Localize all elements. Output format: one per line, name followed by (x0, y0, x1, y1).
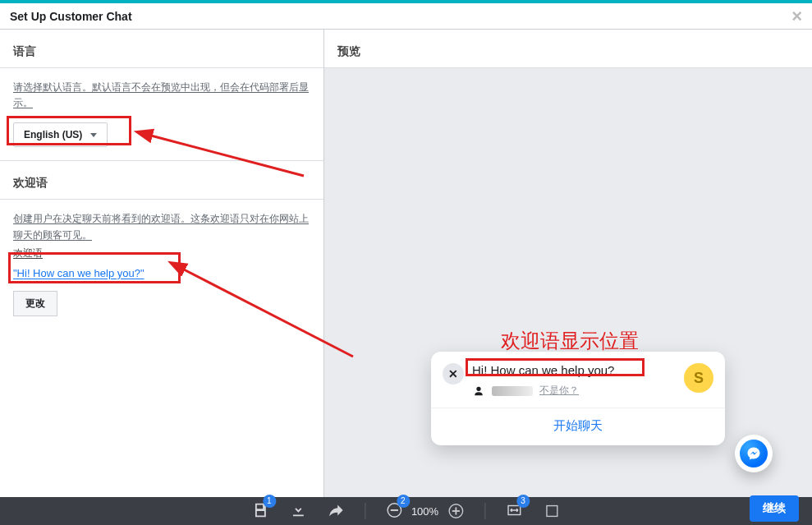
annotation-callout-label: 欢迎语显示位置 (501, 328, 639, 354)
language-section-heading: 语言 (0, 30, 323, 68)
change-button[interactable]: 更改 (13, 291, 57, 316)
greeting-section: 创建用户在决定聊天前将看到的欢迎语。这条欢迎语只对在你网站上聊天的顾客可见。 欢… (0, 200, 323, 324)
svg-rect-6 (455, 507, 456, 514)
preview-heading: 预览 (324, 30, 812, 68)
language-selected-value: English (US) (24, 129, 82, 140)
zoom-out-badge: 2 (397, 495, 410, 508)
card-close-button[interactable]: ✕ (443, 363, 464, 385)
tool-save[interactable]: 1 (251, 501, 269, 522)
person-icon (472, 385, 485, 398)
zoom-controls: 2 100% (385, 501, 465, 522)
toolbar-divider (484, 503, 485, 519)
app-root: Set Up Customer Chat × 语言 请选择默认语言。默认语言不会… (0, 0, 812, 525)
toolbar-divider (365, 503, 365, 519)
svg-rect-8 (547, 506, 557, 517)
zoom-percent: 100% (411, 505, 438, 518)
greeting-section-heading: 欢迎语 (0, 161, 323, 200)
start-chat-button[interactable]: 开始聊天 (443, 408, 713, 435)
panels: 语言 请选择默认语言。默认语言不会在预览中出现，但会在代码部署后显示。 Engl… (0, 30, 812, 522)
close-icon[interactable]: × (791, 7, 802, 25)
card-main: Hi! How can we help you? 不是你？ (472, 363, 676, 398)
tool-fit-badge: 3 (516, 495, 530, 508)
tool-share[interactable] (327, 501, 345, 522)
greeting-field-label: 欢迎语 (13, 246, 310, 260)
greeting-help-text: 创建用户在决定聊天前将看到的欢迎语。这条欢迎语只对在你网站上聊天的顾客可见。 (13, 211, 310, 242)
zoom-out-button[interactable]: 2 (385, 501, 403, 522)
download-icon (289, 501, 307, 519)
svg-rect-3 (390, 509, 397, 511)
messenger-icon (740, 440, 768, 467)
window-titlebar: Set Up Customer Chat × (0, 3, 812, 30)
continue-button[interactable]: 继续 (750, 495, 799, 522)
card-greeting-text: Hi! How can we help you? (472, 363, 676, 377)
preview-panel: 预览 ✕ Hi! How can we help you? 不是你？ (324, 30, 812, 522)
tool-download[interactable] (289, 501, 307, 522)
plus-circle-icon (447, 502, 465, 520)
tool-fit-page[interactable] (543, 502, 561, 520)
window-title: Set Up Customer Chat (10, 3, 132, 30)
bottom-toolbar: 1 2 100% 3 (0, 497, 812, 525)
chat-preview-card: ✕ Hi! How can we help you? 不是你？ S 开始 (431, 352, 725, 445)
left-panel: 语言 请选择默认语言。默认语言不会在预览中出现，但会在代码部署后显示。 Engl… (0, 30, 324, 522)
fit-page-icon (543, 502, 561, 520)
language-select[interactable]: English (US) (13, 122, 108, 147)
language-help-text: 请选择默认语言。默认语言不会在预览中出现，但会在代码部署后显示。 (13, 80, 310, 111)
greeting-field-value[interactable]: "Hi! How can we help you?" (13, 267, 310, 279)
chevron-down-icon (90, 133, 97, 137)
zoom-in-button[interactable] (447, 502, 465, 520)
toolbar-tools: 1 2 100% 3 (251, 501, 561, 522)
language-select-wrap: English (US) (13, 122, 310, 147)
tool-fit-width[interactable]: 3 (505, 501, 523, 522)
tool-save-badge: 1 (263, 495, 276, 508)
card-username-redacted (492, 386, 533, 396)
share-icon (327, 501, 345, 519)
card-identity-row: 不是你？ (472, 384, 676, 398)
card-top-row: ✕ Hi! How can we help you? 不是你？ S (443, 363, 713, 398)
card-avatar: S (684, 363, 713, 393)
messenger-fab[interactable] (735, 435, 773, 472)
preview-body: ✕ Hi! How can we help you? 不是你？ S 开始 (324, 68, 812, 522)
language-section: 请选择默认语言。默认语言不会在预览中出现，但会在代码部署后显示。 English… (0, 68, 323, 155)
card-not-you-link[interactable]: 不是你？ (539, 384, 579, 398)
